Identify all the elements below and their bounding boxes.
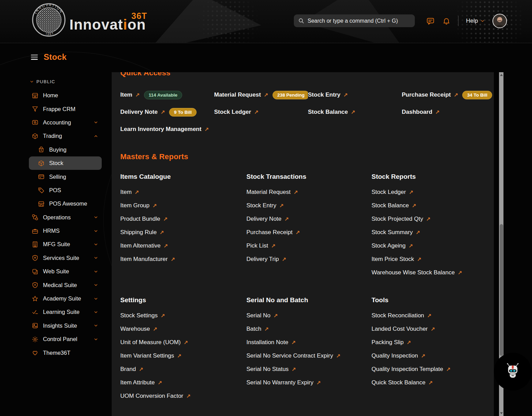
external-link-icon: ↗	[160, 229, 164, 236]
sidebar-item[interactable]: Trading	[29, 129, 102, 143]
doctype-link[interactable]: Stock Reconciliation ↗	[372, 309, 485, 322]
search-input[interactable]	[308, 18, 411, 24]
sidebar-item[interactable]: Accounting	[29, 116, 102, 129]
doctype-link[interactable]: Unit of Measure (UOM) ↗	[120, 336, 246, 349]
scrollbar-up-icon[interactable]	[500, 74, 503, 76]
external-link-icon: ↗	[158, 380, 162, 386]
chevron-down-icon	[93, 215, 98, 220]
doctype-link[interactable]: Stock Balance ↗	[372, 199, 485, 212]
brand-logo[interactable]: INNOVATION I36T Innovation36T	[32, 3, 146, 37]
sidebar-item[interactable]: POS	[29, 184, 102, 197]
doctype-link[interactable]: Warehouse ↗	[120, 322, 246, 336]
doctype-link[interactable]: Quick Stock Balance ↗	[372, 376, 485, 389]
doctype-link[interactable]: Brand ↗	[120, 362, 246, 376]
doctype-link[interactable]: Quality Inspection ↗	[372, 349, 485, 362]
sidebar-item[interactable]: Frappe CRM	[29, 102, 102, 116]
doctype-link[interactable]: UOM Conversion Factor ↗	[120, 389, 246, 403]
shortcut-link[interactable]: Stock Entry ↗	[308, 91, 402, 98]
sidebar-item[interactable]: Selling	[29, 170, 102, 183]
doctype-link[interactable]: Batch ↗	[246, 322, 372, 336]
sidebar-item[interactable]: Control Panel	[29, 332, 102, 346]
sidebar-item[interactable]: Insights Suite	[29, 319, 102, 332]
doctype-link[interactable]: Serial No Status ↗	[246, 362, 372, 376]
doctype-link[interactable]: Item Manufacturer ↗	[120, 252, 246, 266]
external-link-icon: ↗	[351, 109, 355, 115]
external-link-icon: ↗	[446, 366, 451, 372]
shortcut-link[interactable]: Purchase Receipt ↗ 34 To Bill	[402, 91, 494, 99]
shortcut-link[interactable]: Material Request ↗ 238 Pending	[214, 91, 308, 99]
doctype-link[interactable]: Purchase Receipt ↗	[246, 226, 372, 239]
link-group: Tools Stock Reconciliation ↗ Landed Cost…	[372, 296, 485, 403]
doctype-link[interactable]: Serial No Service Contract Expiry ↗	[246, 349, 372, 362]
chevron-down-icon	[93, 134, 98, 139]
sidebar-item[interactable]: Web Suite	[29, 265, 102, 278]
doctype-link[interactable]: Item Group ↗	[120, 199, 246, 212]
global-search[interactable]	[294, 14, 415, 27]
external-link-icon: ↗	[343, 92, 348, 98]
doctype-link[interactable]: Item Price Stock ↗	[372, 252, 485, 266]
doctype-link[interactable]: Stock Summary ↗	[372, 226, 485, 239]
group-title: Items Catalogue	[120, 173, 246, 180]
external-link-icon: ↗	[161, 313, 165, 319]
shortcut-link[interactable]: Stock Balance ↗	[308, 109, 402, 116]
sidebar-item[interactable]: HRMS	[29, 224, 102, 238]
doctype-link[interactable]: Stock Ageing ↗	[372, 239, 485, 252]
external-link-icon: ↗	[264, 326, 269, 332]
scrollbar-thumb[interactable]	[500, 224, 503, 356]
shortcut-link[interactable]: Item ↗ 114 Available	[120, 91, 214, 99]
external-link-icon: ↗	[177, 353, 182, 359]
doctype-link[interactable]: Serial No Warranty Expiry ↗	[246, 376, 372, 389]
doctype-link[interactable]: Warehouse Wise Stock Balance ↗	[372, 266, 485, 279]
sidebar-item[interactable]: Academy Suite	[29, 292, 102, 305]
shortcut-link[interactable]: Delivery Note ↗ 9 To Bill	[120, 108, 214, 117]
doctype-link[interactable]: Item Alternative ↗	[120, 239, 246, 252]
shortcut-link[interactable]: Dashboard ↗	[402, 109, 494, 116]
sidebar-section-label: PUBLIC	[36, 79, 55, 84]
doctype-link[interactable]: Item Variant Settings ↗	[120, 349, 246, 362]
sidebar-item[interactable]: Learning Suite	[29, 305, 102, 319]
sidebar-item[interactable]: Home	[29, 89, 102, 102]
doctype-link[interactable]: Stock Ledger ↗	[372, 185, 485, 199]
shield-icon	[32, 254, 38, 261]
sidebar-section-public[interactable]: PUBLIC	[30, 79, 55, 84]
doctype-link[interactable]: Material Request ↗	[246, 185, 372, 199]
chat-notifications-icon[interactable]	[426, 17, 435, 25]
doctype-link[interactable]: Stock Projected Qty ↗	[372, 212, 485, 226]
external-link-icon: ↗	[292, 366, 296, 372]
shortcut-link[interactable]: Stock Ledger ↗	[214, 109, 308, 116]
doctype-link[interactable]: Installation Note ↗	[246, 336, 372, 349]
brand-seal-icon: INNOVATION I36T	[32, 3, 66, 37]
assistant-robot-icon[interactable]	[494, 353, 532, 391]
doctype-link[interactable]: Item ↗	[120, 185, 246, 199]
doctype-link[interactable]: Stock Entry ↗	[246, 199, 372, 212]
help-menu[interactable]: Help	[466, 18, 485, 24]
user-avatar[interactable]	[492, 14, 507, 28]
stock-icon	[38, 160, 45, 167]
doctype-link[interactable]: Stock Settings ↗	[120, 309, 246, 322]
doctype-link[interactable]: Packing Slip ↗	[372, 336, 485, 349]
doctype-link[interactable]: Item Attribute ↗	[120, 376, 246, 389]
doctype-link[interactable]: Landed Cost Voucher ↗	[372, 322, 485, 336]
chevron-down-icon	[93, 120, 98, 125]
sidebar-item[interactable]: Medical Suite	[29, 278, 102, 292]
sidebar-item[interactable]: Operations	[29, 211, 102, 224]
sidebar-item[interactable]: MFG Suite	[29, 238, 102, 251]
scrollbar-down-icon[interactable]	[500, 412, 503, 414]
sidebar-item[interactable]: Services Suite	[29, 251, 102, 265]
sidebar-item[interactable]: POS Awesome	[29, 197, 102, 210]
checklist-icon	[32, 309, 38, 316]
sidebar-toggle-icon[interactable]	[31, 55, 38, 60]
doctype-link[interactable]: Product Bundle ↗	[120, 212, 246, 226]
shortcut-link[interactable]: Learn Inventory Management ↗	[120, 126, 308, 133]
sidebar-item[interactable]: Theme36T	[29, 346, 102, 359]
doctype-link[interactable]: Delivery Trip ↗	[246, 252, 372, 266]
doctype-link[interactable]: Pick List ↗	[246, 239, 372, 252]
bell-icon[interactable]	[442, 17, 451, 25]
sidebar-item[interactable]: Stock	[29, 156, 102, 170]
link-group: Stock Transactions Material Request ↗ St…	[246, 173, 372, 279]
doctype-link[interactable]: Quality Inspection Template ↗	[372, 362, 485, 376]
doctype-link[interactable]: Serial No ↗	[246, 309, 372, 322]
doctype-link[interactable]: Delivery Note ↗	[246, 212, 372, 226]
sidebar-item[interactable]: Buying	[29, 143, 102, 156]
doctype-link[interactable]: Shipping Rule ↗	[120, 226, 246, 239]
